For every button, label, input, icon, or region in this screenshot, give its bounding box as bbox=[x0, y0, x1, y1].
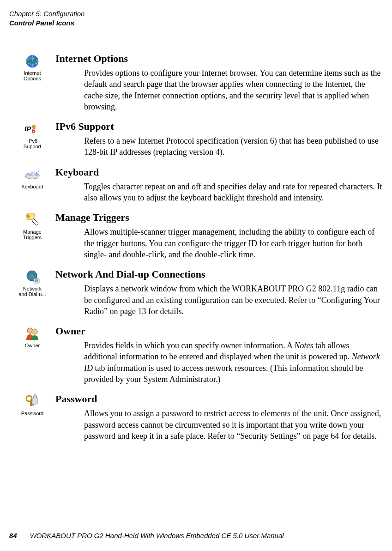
body-notes: Notes bbox=[294, 341, 313, 350]
svg-rect-8 bbox=[29, 174, 30, 176]
section-body: Displays a network window from which the… bbox=[84, 283, 383, 317]
ipv6-support-icon: IP 6 bbox=[24, 121, 40, 137]
section-body: Refers to a new Internet Protocol specif… bbox=[84, 135, 383, 158]
icon-label: Manage Triggers bbox=[23, 229, 42, 240]
icon-column: Password bbox=[9, 393, 55, 416]
section-path: Control Panel Icons bbox=[9, 18, 383, 28]
section-title: Network And Dial-up Connections bbox=[55, 268, 383, 280]
icon-column: * Manage Triggers bbox=[9, 212, 55, 240]
icon-label: Keyboard bbox=[21, 184, 43, 189]
network-icon bbox=[24, 269, 40, 285]
owner-icon bbox=[24, 326, 40, 342]
svg-point-5 bbox=[32, 125, 36, 128]
icon-label: IPv6 Support bbox=[24, 138, 42, 149]
icon-column: Keyboard bbox=[9, 166, 55, 189]
body-pre: Provides fields in which you can specify… bbox=[84, 341, 294, 350]
section-keyboard: Keyboard Keyboard Toggles character repe… bbox=[9, 166, 383, 204]
svg-rect-7 bbox=[27, 174, 28, 176]
section-network: Network and Dial-u... Network And Dial-u… bbox=[9, 268, 383, 317]
svg-rect-22 bbox=[30, 404, 34, 406]
body-post: tab information is used to access networ… bbox=[84, 363, 363, 384]
icon-label: Owner bbox=[25, 343, 40, 348]
svg-point-19 bbox=[32, 329, 37, 334]
page-header: Chapter 5: Configuration Control Panel I… bbox=[9, 9, 383, 27]
chapter-line: Chapter 5: Configuration bbox=[9, 9, 383, 18]
page-number: 84 bbox=[9, 532, 17, 539]
section-title: Internet Options bbox=[55, 53, 383, 65]
keyboard-icon bbox=[24, 167, 40, 183]
section-title: Keyboard bbox=[55, 166, 383, 178]
svg-text:IP: IP bbox=[24, 125, 31, 133]
icon-column: IP 6 IPv6 Support bbox=[9, 121, 55, 149]
section-manage-triggers: * Manage Triggers Manage Triggers Allows… bbox=[9, 212, 383, 260]
manage-triggers-icon: * bbox=[24, 212, 40, 228]
svg-rect-23 bbox=[33, 398, 37, 404]
internet-options-icon bbox=[24, 54, 40, 69]
svg-point-6 bbox=[25, 173, 40, 179]
section-internet-options: Internet Options Internet Options Provid… bbox=[9, 53, 383, 112]
page-footer: 84WORKABOUT PRO G2 Hand-Held With Window… bbox=[9, 532, 284, 539]
svg-rect-11 bbox=[36, 174, 38, 176]
section-body: Provides fields in which you can specify… bbox=[84, 340, 383, 385]
section-title: Owner bbox=[55, 325, 383, 337]
icon-column: Internet Options bbox=[9, 53, 55, 81]
svg-rect-17 bbox=[35, 279, 38, 282]
manual-title: WORKABOUT PRO G2 Hand-Held With Windows … bbox=[30, 532, 284, 539]
section-ipv6-support: IP 6 IPv6 Support IPv6 Support Refers to… bbox=[9, 121, 383, 158]
password-icon bbox=[24, 394, 40, 410]
icon-column: Network and Dial-u... bbox=[9, 268, 55, 297]
icon-label: Network and Dial-u... bbox=[18, 286, 46, 297]
icon-label: Internet Options bbox=[24, 70, 41, 81]
svg-rect-10 bbox=[34, 174, 35, 176]
section-password: Password Password Allows you to assign a… bbox=[9, 393, 383, 442]
section-title: Password bbox=[55, 393, 383, 405]
section-title: IPv6 Support bbox=[55, 121, 383, 133]
section-owner: Owner Owner Provides fields in which you… bbox=[9, 325, 383, 385]
section-title: Manage Triggers bbox=[55, 212, 383, 224]
section-body: Allows you to assign a password to restr… bbox=[84, 408, 383, 442]
icon-label: Password bbox=[21, 411, 43, 416]
section-body: Allows multiple-scanner trigger manageme… bbox=[84, 226, 383, 260]
section-body: Toggles character repeat on and off and … bbox=[84, 181, 383, 204]
section-body: Provides options to configure your Inter… bbox=[84, 67, 383, 112]
svg-rect-9 bbox=[31, 174, 33, 176]
icon-column: Owner bbox=[9, 325, 55, 348]
